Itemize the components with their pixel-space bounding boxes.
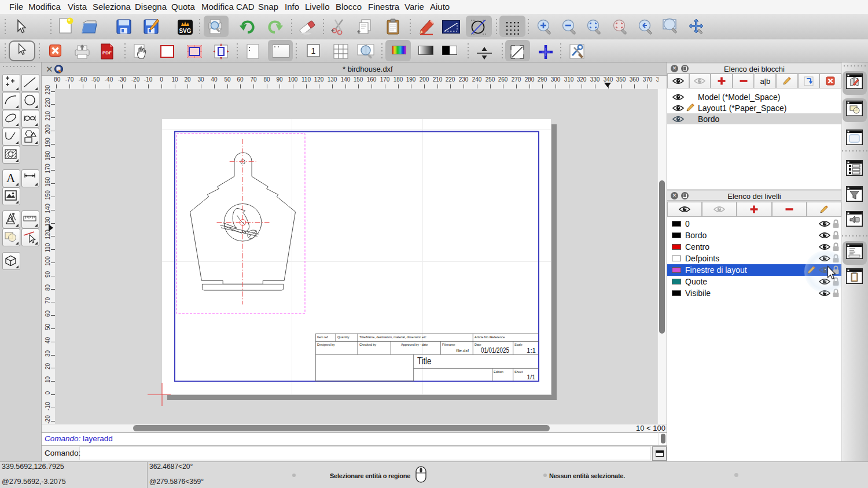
svg-text:SVG: SVG — [179, 28, 191, 34]
svg-text:A: A — [6, 171, 16, 185]
svg-text:PDF: PDF — [102, 50, 112, 56]
svg-text:1: 1 — [311, 46, 316, 56]
